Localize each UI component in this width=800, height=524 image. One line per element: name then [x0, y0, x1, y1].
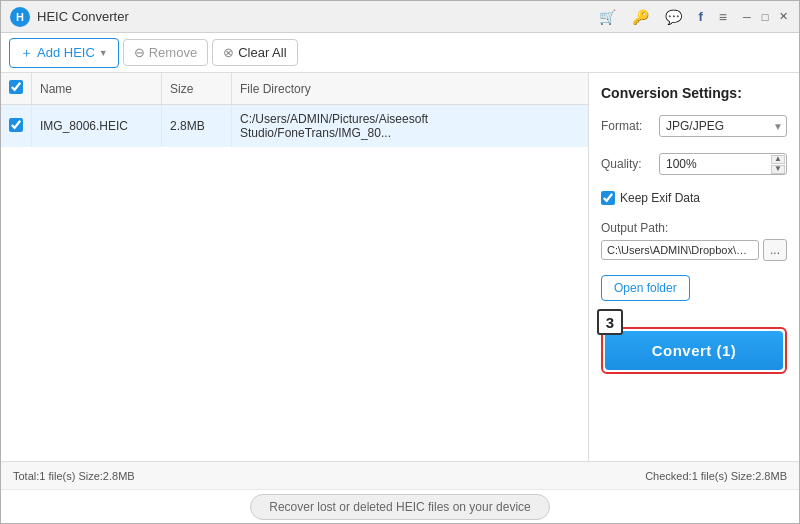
quality-row: Quality: ▲ ▼	[601, 153, 787, 175]
main-content: Name Size File Directory IMG_8006.HEIC 2…	[1, 73, 799, 461]
output-section: Output Path: C:\Users\ADMIN\Dropbox\PC\ …	[601, 221, 787, 261]
convert-area: 3 Convert (1)	[601, 327, 787, 374]
cart-icon[interactable]: 🛒	[595, 7, 620, 27]
row-checkbox-cell	[1, 105, 32, 148]
col-name: Name	[32, 73, 162, 105]
output-path-value: C:\Users\ADMIN\Dropbox\PC\	[601, 240, 759, 260]
open-folder-button[interactable]: Open folder	[601, 275, 690, 301]
quality-wrapper: ▲ ▼	[659, 153, 787, 175]
col-size: Size	[162, 73, 232, 105]
minus-icon: ⊖	[134, 45, 145, 60]
file-table: Name Size File Directory IMG_8006.HEIC 2…	[1, 73, 588, 147]
remove-label: Remove	[149, 45, 197, 60]
exif-row: Keep Exif Data	[601, 191, 787, 205]
table-header-row: Name Size File Directory	[1, 73, 588, 105]
status-bar: Total:1 file(s) Size:2.8MB Checked:1 fil…	[1, 461, 799, 489]
quality-down-button[interactable]: ▼	[771, 165, 785, 174]
settings-title: Conversion Settings:	[601, 85, 787, 101]
maximize-button[interactable]: □	[757, 9, 773, 25]
plus-icon: ＋	[20, 44, 33, 62]
add-dropdown-arrow: ▼	[99, 48, 108, 58]
open-folder-container: Open folder	[601, 275, 787, 301]
recover-bar: Recover lost or deleted HEIC files on yo…	[1, 489, 799, 523]
status-total: Total:1 file(s) Size:2.8MB	[13, 470, 625, 482]
menu-icon[interactable]: ≡	[715, 7, 731, 27]
minimize-button[interactable]: ─	[739, 9, 755, 25]
row-name: IMG_8006.HEIC	[32, 105, 162, 148]
convert-button[interactable]: Convert (1)	[605, 331, 783, 370]
browse-button[interactable]: ...	[763, 239, 787, 261]
format-select[interactable]: JPG/JPEG PNG BMP GIF TIFF PDF	[659, 115, 787, 137]
col-checkbox	[1, 73, 32, 105]
select-all-checkbox[interactable]	[9, 80, 23, 94]
add-heic-label: Add HEIC	[37, 45, 95, 60]
status-checked: Checked:1 file(s) Size:2.8MB	[645, 470, 787, 482]
title-bar: H HEIC Converter 🛒 🔑 💬 f ≡ ─ □ ✕	[1, 1, 799, 33]
format-row: Format: JPG/JPEG PNG BMP GIF TIFF PDF ▼	[601, 115, 787, 137]
keep-exif-checkbox[interactable]	[601, 191, 615, 205]
clear-all-label: Clear All	[238, 45, 286, 60]
window-controls: ─ □ ✕	[739, 9, 791, 25]
quality-label: Quality:	[601, 157, 653, 171]
title-bar-actions: 🛒 🔑 💬 f ≡	[595, 7, 731, 27]
toolbar: ＋ Add HEIC ▼ ⊖ Remove ⊗ Clear All	[1, 33, 799, 73]
output-path-label: Output Path:	[601, 221, 787, 235]
file-list-area: Name Size File Directory IMG_8006.HEIC 2…	[1, 73, 589, 461]
clear-icon: ⊗	[223, 45, 234, 60]
format-select-wrapper: JPG/JPEG PNG BMP GIF TIFF PDF ▼	[659, 115, 787, 137]
row-size: 2.8MB	[162, 105, 232, 148]
convert-btn-wrapper: Convert (1)	[601, 327, 787, 374]
quality-spinner: ▲ ▼	[771, 155, 785, 174]
close-button[interactable]: ✕	[775, 9, 791, 25]
output-path-row: C:\Users\ADMIN\Dropbox\PC\ ...	[601, 239, 787, 261]
key-icon[interactable]: 🔑	[628, 7, 653, 27]
recover-button[interactable]: Recover lost or deleted HEIC files on yo…	[250, 494, 549, 520]
format-label: Format:	[601, 119, 653, 133]
chat-icon[interactable]: 💬	[661, 7, 686, 27]
remove-button[interactable]: ⊖ Remove	[123, 39, 208, 66]
row-checkbox[interactable]	[9, 118, 23, 132]
facebook-icon[interactable]: f	[694, 7, 706, 26]
quality-input[interactable]	[659, 153, 787, 175]
table-row[interactable]: IMG_8006.HEIC 2.8MB C:/Users/ADMIN/Pictu…	[1, 105, 588, 148]
app-title: HEIC Converter	[37, 9, 595, 24]
col-directory: File Directory	[232, 73, 589, 105]
step-badge: 3	[597, 309, 623, 335]
svg-text:H: H	[16, 11, 24, 23]
quality-up-button[interactable]: ▲	[771, 155, 785, 164]
app-logo: H	[9, 6, 31, 28]
add-heic-button[interactable]: ＋ Add HEIC ▼	[9, 38, 119, 68]
clear-all-button[interactable]: ⊗ Clear All	[212, 39, 297, 66]
row-directory: C:/Users/ADMIN/Pictures/Aiseesoft Studio…	[232, 105, 589, 148]
right-panel: Conversion Settings: Format: JPG/JPEG PN…	[589, 73, 799, 461]
exif-label: Keep Exif Data	[620, 191, 700, 205]
